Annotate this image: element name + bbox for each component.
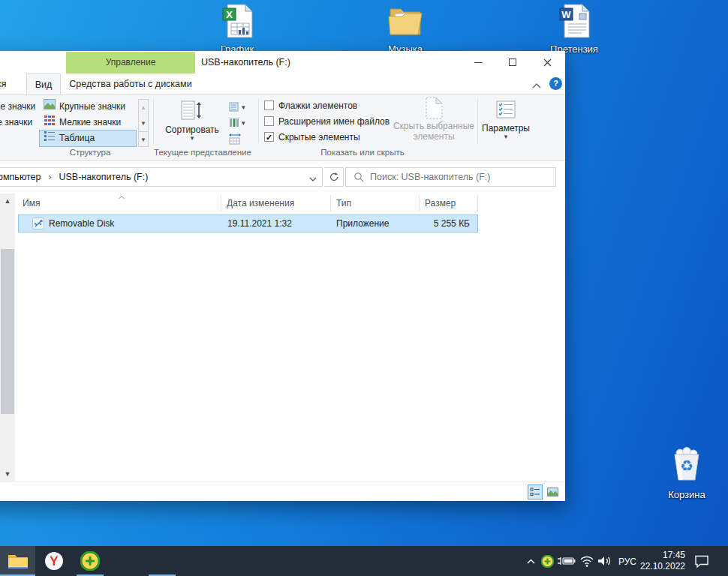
gallery-more-icon[interactable]: ▼ (139, 131, 148, 147)
nav-pane-scrollbar[interactable]: ▲ ▼ (0, 194, 15, 482)
speaker-icon (597, 555, 612, 567)
desktop-icon-muzyka[interactable]: ♪ ♪ Музыка (369, 3, 441, 55)
maximize-button[interactable] (495, 51, 529, 74)
sort-by-button[interactable]: Сортировать ▾ (158, 97, 227, 148)
layout-item-details[interactable]: Таблица (44, 130, 95, 146)
tray-clock[interactable]: 17:45 22.10.2022 (639, 550, 686, 572)
checkbox-hidden-items[interactable]: ✓ Скрытые элементы (264, 130, 360, 143)
search-input[interactable]: Поиск: USB-накопитель (F:) (345, 167, 556, 187)
window-title: USB-накопитель (F:) (201, 51, 290, 74)
tab-view[interactable]: Вид (26, 74, 61, 94)
taskbar: Y (0, 546, 728, 576)
checkbox-item-checkboxes[interactable]: ✓ Флажки элементов (264, 99, 357, 112)
scrollbar-up-icon[interactable]: ▲ (0, 194, 15, 208)
details-view-icon (530, 488, 540, 496)
file-size: 5 255 КБ (409, 215, 470, 232)
title-bar[interactable]: Управление USB-накопитель (F:) (0, 51, 565, 74)
thumbnail-view-button[interactable] (545, 484, 560, 500)
scrollbar-thumb[interactable] (1, 249, 14, 414)
svg-text:X: X (226, 9, 233, 20)
dropdown-caret-icon: ▾ (242, 104, 245, 110)
layout-item-label: Мелкие значки (59, 117, 121, 128)
breadcrumb-current[interactable]: USB-накопитель (F:) (59, 172, 148, 182)
application-file-icon (32, 218, 44, 235)
breadcrumb[interactable]: Этот компьютер›USB-накопитель (F:) (0, 167, 323, 187)
add-columns-button[interactable]: ▾ (228, 115, 254, 130)
checkbox-icon: ✓ (264, 100, 274, 110)
battery-plug-icon (557, 556, 576, 566)
desktop-icon-korzina[interactable]: ♻ Корзина (651, 447, 723, 500)
excel-file-icon: X (201, 3, 273, 42)
taskbar-explorer-button[interactable] (0, 546, 35, 576)
column-header-name[interactable]: Имя (18, 195, 221, 212)
column-header-date[interactable]: Дата изменения (222, 195, 331, 212)
column-header-type[interactable]: Тип (332, 195, 420, 212)
green-app-icon (541, 555, 554, 568)
hide-selected-label: элементы (413, 131, 454, 142)
small-icons-icon (44, 115, 56, 130)
dropdown-caret-icon: ▾ (158, 135, 227, 141)
refresh-button[interactable] (324, 167, 344, 187)
scrollbar-down-icon[interactable]: ▼ (0, 466, 15, 482)
sort-ascending-icon (118, 196, 125, 200)
hide-selected-items-button: Скрыть выбранные элементы (392, 97, 476, 148)
column-header-label: Размер (425, 198, 456, 208)
chevron-down-icon (308, 176, 317, 182)
address-bar-row: Этот компьютер›USB-накопитель (F:) Поиск… (0, 164, 565, 190)
layout-item-large-icons[interactable]: Крупные значки (44, 99, 125, 115)
column-header-size[interactable]: Размер (420, 195, 478, 212)
minimize-icon (474, 62, 483, 63)
clock-date: 22.10.2022 (640, 561, 685, 572)
gallery-scroll-down-icon[interactable]: ▼ (139, 116, 148, 131)
collapse-ribbon-button[interactable] (531, 80, 542, 93)
tray-green-app-button[interactable] (540, 554, 554, 568)
tray-volume-button[interactable] (597, 554, 612, 567)
tab-disk-tools[interactable]: Средства работы с дисками (66, 74, 195, 94)
file-list-area: ▲ ▼ Имя Дата изменения Тип Размер Rem (0, 194, 565, 482)
layout-item-medium-icons[interactable]: Обычные значки (0, 115, 32, 130)
layout-item-extra-large-icons[interactable]: Огромные значки (0, 99, 35, 115)
recycle-bin-icon: ♻ (651, 447, 723, 488)
search-placeholder: Поиск: USB-накопитель (F:) (370, 172, 490, 182)
layout-item-small-icons[interactable]: Мелкие значки (44, 115, 121, 130)
add-columns-icon (228, 117, 240, 128)
tab-share[interactable]: Поделиться (0, 74, 20, 94)
tray-power-button[interactable] (557, 555, 576, 567)
checkbox-file-extensions[interactable]: ✓ Расширения имен файлов (264, 115, 390, 128)
hide-selected-label: Скрыть выбранные (393, 121, 474, 131)
details-view-button[interactable] (528, 484, 543, 500)
svg-text:Y: Y (50, 554, 59, 568)
desktop-icon-grafik[interactable]: X График (201, 3, 273, 55)
group-by-button[interactable]: ▾ (228, 99, 254, 115)
minimize-button[interactable] (462, 51, 495, 74)
file-row[interactable]: Removable Disk 19.11.2021 1:32 Приложени… (18, 214, 478, 232)
chevron-up-icon (526, 558, 536, 565)
tray-language-button[interactable]: РУС (615, 556, 639, 567)
breadcrumb-root[interactable]: Этот компьютер (0, 172, 41, 182)
green-app-icon (80, 551, 100, 571)
taskbar-green-app-button[interactable] (72, 546, 107, 576)
checkbox-icon: ✓ (264, 116, 274, 126)
tray-wifi-button[interactable] (579, 554, 594, 567)
taskbar-yandex-button[interactable]: Y (36, 546, 71, 576)
status-bar (0, 482, 565, 501)
size-all-columns-icon (228, 133, 242, 145)
action-center-button[interactable] (692, 554, 711, 568)
chevron-up-icon (531, 82, 542, 90)
address-dropdown-button[interactable] (308, 174, 317, 184)
desktop-icon-label: Корзина (651, 489, 723, 500)
music-folder-icon: ♪ ♪ (369, 3, 441, 42)
options-button[interactable]: Параметры ▾ (482, 97, 530, 148)
close-button[interactable] (529, 51, 565, 74)
file-type: Приложение (336, 215, 389, 232)
size-all-columns-button[interactable] (228, 130, 254, 146)
action-center-icon (694, 555, 709, 568)
tray-chevron-button[interactable] (524, 555, 537, 567)
breadcrumb-separator-icon: › (48, 172, 51, 182)
contextual-tab-header: Управление (66, 52, 195, 74)
hide-selected-icon (423, 97, 444, 119)
help-button[interactable]: ? (549, 77, 562, 90)
desktop-icon-pretenziya[interactable]: W Претензия (538, 3, 610, 55)
gallery-scroll-up-icon[interactable]: ▲ (139, 100, 148, 116)
svg-text:W: W (561, 9, 571, 20)
